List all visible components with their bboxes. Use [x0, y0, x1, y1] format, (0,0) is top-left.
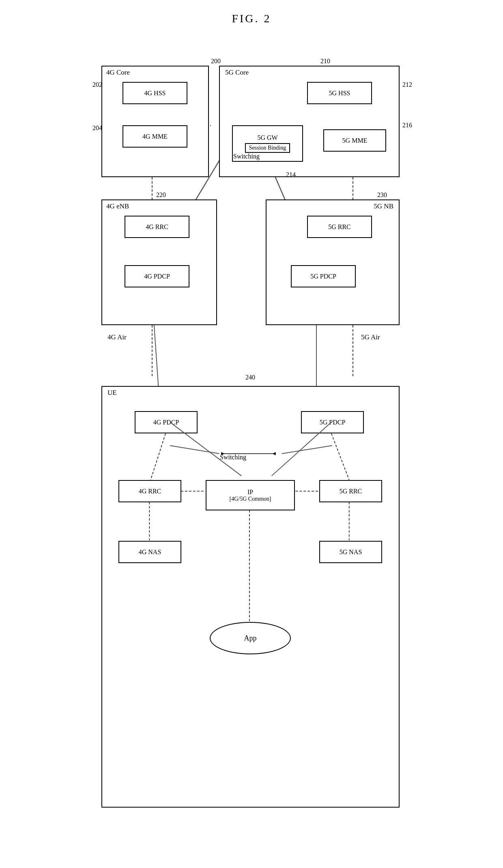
4g-core-box: 4G Core 4G HSS 4G MME	[101, 66, 209, 177]
4g-rrc-enb-label: 4G RRC	[146, 223, 168, 231]
5g-nas-ue-label: 5G NAS	[340, 549, 362, 556]
ref-216: 216	[402, 122, 412, 129]
ref-220: 220	[156, 191, 166, 199]
4g-air-label: 4G Air	[107, 333, 127, 341]
ref-202: 202	[92, 81, 102, 88]
diagram: 200 210 4G Core 4G HSS 4G MME 202 204 5G…	[85, 33, 418, 844]
5g-pdcp-ue-box: 5G PDCP	[301, 411, 364, 433]
4g-core-label: 4G Core	[106, 69, 130, 77]
4g-mme-label: 4G MME	[142, 133, 168, 140]
svg-line-28	[150, 433, 166, 480]
5g-pdcp-nb-label: 5G PDCP	[310, 273, 336, 280]
4g-mme-box: 4G MME	[123, 125, 187, 148]
4g-hss-box: 4G HSS	[123, 82, 187, 104]
switching-label-1: Switching	[233, 153, 260, 160]
switching-label-2: Switching	[220, 454, 246, 461]
ip-label: IP	[247, 489, 253, 496]
svg-line-35	[170, 446, 219, 454]
5g-mme-box: 5G MME	[323, 129, 386, 152]
4g-rrc-enb-box: 4G RRC	[125, 216, 189, 238]
4g-pdcp-enb-box: 4G PDCP	[125, 265, 189, 287]
ref-210: 210	[320, 58, 330, 65]
4g-hss-label: 4G HSS	[144, 90, 166, 97]
ue-label: UE	[106, 389, 118, 397]
ref-212: 212	[402, 81, 412, 88]
4g-enb-label: 4G eNB	[106, 202, 129, 210]
5g-core-label: 5G Core	[224, 69, 250, 77]
5g-pdcp-ue-label: 5G PDCP	[320, 419, 346, 426]
5g-rrc-nb-box: 5G RRC	[307, 216, 372, 238]
4g-pdcp-ue-label: 4G PDCP	[153, 419, 179, 426]
ue-box: UE 4G PDCP 5G PDCP Switching 4G RRC 5G R…	[101, 386, 400, 808]
app-box: App	[210, 622, 291, 654]
ref-240: 240	[245, 374, 255, 381]
ip-box: IP [4G/5G Common]	[206, 480, 295, 510]
5g-gw-label: 5G GW	[257, 134, 277, 141]
svg-line-29	[331, 433, 349, 480]
5g-hss-label: 5G HSS	[329, 90, 350, 97]
4g-pdcp-ue-box: 4G PDCP	[135, 411, 198, 433]
5g-hss-box: 5G HSS	[307, 82, 372, 104]
ref-214: 214	[286, 171, 296, 178]
5g-pdcp-nb-box: 5G PDCP	[291, 265, 356, 287]
ref-200: 200	[211, 58, 221, 65]
4g-rrc-ue-label: 4G RRC	[139, 488, 161, 495]
ref-204: 204	[92, 124, 102, 132]
5g-rrc-nb-label: 5G RRC	[328, 223, 351, 231]
4g-nas-ue-label: 4G NAS	[139, 549, 161, 556]
app-label: App	[244, 634, 257, 643]
ip-sub-label: [4G/5G Common]	[229, 496, 271, 502]
4g-enb-box: 4G eNB 4G RRC 4G PDCP	[101, 199, 217, 325]
5g-nb-box: 5G NB 5G RRC 5G PDCP	[266, 199, 400, 325]
svg-marker-38	[273, 452, 276, 455]
5g-air-label: 5G Air	[361, 333, 380, 341]
session-binding-label: Session Binding	[249, 145, 286, 151]
page-title: FIG. 2	[0, 0, 503, 33]
5g-rrc-ue-label: 5G RRC	[340, 488, 362, 495]
4g-pdcp-enb-label: 4G PDCP	[144, 273, 170, 280]
ref-230: 230	[377, 191, 387, 199]
svg-line-39	[282, 446, 332, 454]
5g-nb-label: 5G NB	[372, 202, 395, 210]
4g-nas-ue-box: 4G NAS	[118, 541, 181, 563]
5g-mme-label: 5G MME	[342, 137, 368, 144]
5g-nas-ue-box: 5G NAS	[319, 541, 382, 563]
5g-rrc-ue-box: 5G RRC	[319, 480, 382, 502]
4g-rrc-ue-box: 4G RRC	[118, 480, 181, 502]
5g-core-box: 5G Core 5G HSS 5G GW Session Binding 5G …	[219, 66, 400, 177]
